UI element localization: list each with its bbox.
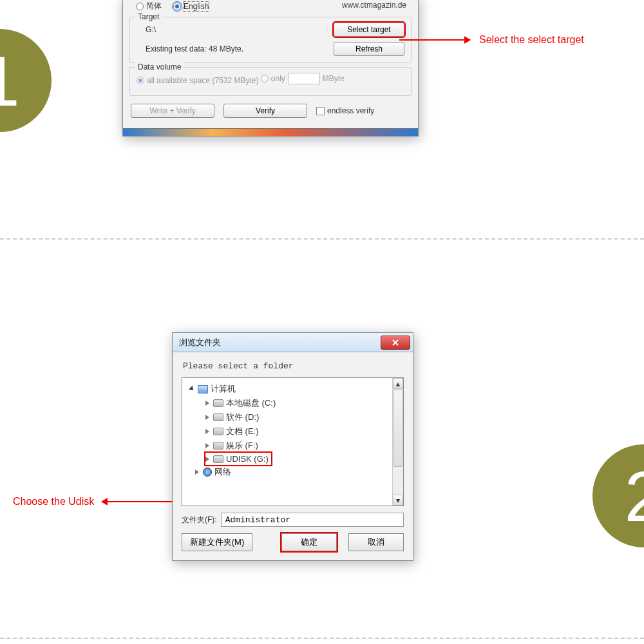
scroll-down-button[interactable]: ▾ [393, 495, 403, 506]
titlebar[interactable]: 浏览文件夹 [173, 333, 413, 352]
tree-node-drive-d[interactable]: 软件 (D:) [205, 410, 401, 424]
verify-button[interactable]: Verify [223, 104, 307, 118]
drive-icon [213, 455, 223, 463]
drive-icon [213, 399, 223, 407]
tree-node-network[interactable]: 网络 [195, 465, 401, 479]
chevron-right-icon[interactable] [205, 401, 209, 406]
close-icon [392, 339, 399, 346]
chevron-right-icon[interactable] [205, 457, 209, 462]
scrollbar[interactable]: ▴ ▾ [392, 378, 403, 506]
chevron-right-icon[interactable] [205, 443, 209, 448]
radio-label: 简体 [146, 1, 162, 12]
step-badge-2: 2 [592, 444, 644, 547]
close-button[interactable] [381, 336, 410, 350]
tree-node-drive-e[interactable]: 文档 (E:) [205, 424, 401, 439]
cancel-button[interactable]: 取消 [348, 533, 404, 551]
drive-icon [213, 442, 223, 450]
scroll-thumb[interactable] [393, 390, 402, 467]
window-bottom-strip [123, 128, 418, 136]
endless-verify-checkbox[interactable]: endless verify [316, 106, 374, 115]
drive-icon [213, 413, 223, 421]
folder-name-input[interactable] [221, 513, 404, 527]
group-title: Data volume [135, 62, 184, 71]
tree-node-computer[interactable]: 计算机 [190, 382, 401, 396]
prompt-text: Please select a folder [183, 361, 402, 371]
new-folder-button[interactable]: 新建文件夹(M) [182, 533, 252, 551]
radio-lang-simplified[interactable]: 简体 [136, 1, 162, 12]
step-badge-1: 1 [0, 29, 52, 132]
folder-tree[interactable]: 计算机 本地磁盘 (C:) 软件 (D:) 文档 (E:) 娱乐 (F:) [182, 377, 404, 506]
chevron-right-icon[interactable] [205, 429, 209, 434]
chevron-right-icon[interactable] [205, 415, 209, 420]
data-volume-group: Data volume all available space (7532 MB… [129, 67, 412, 96]
target-group: Target G:\ Select target Existing test d… [129, 17, 412, 63]
only-mbyte-input[interactable] [288, 73, 320, 84]
folder-field-label: 文件夹(F): [182, 515, 217, 526]
ok-button[interactable]: 确定 [281, 533, 337, 551]
drive-icon [213, 428, 223, 435]
chevron-down-icon[interactable] [189, 386, 195, 392]
computer-icon [198, 385, 208, 393]
annotation-select-target: Select the select target [399, 34, 584, 46]
section-divider [0, 638, 644, 639]
radio-lang-english[interactable]: English [173, 2, 209, 11]
radio-label: English [184, 2, 209, 11]
h2testw-dialog: www.ctmagazin.de 简体 English Target G:\ S… [122, 0, 419, 137]
write-verify-button[interactable]: Write + Verify [131, 104, 214, 118]
network-icon [203, 468, 212, 477]
tree-node-drive-c[interactable]: 本地磁盘 (C:) [205, 396, 401, 410]
section-divider [0, 238, 644, 240]
browse-folder-dialog: 浏览文件夹 Please select a folder 计算机 本地磁盘 (C… [172, 332, 413, 561]
scroll-up-button[interactable]: ▴ [393, 378, 403, 389]
tree-node-drive-f[interactable]: 娱乐 (F:) [205, 439, 401, 453]
website-link[interactable]: www.ctmagazin.de [342, 1, 406, 10]
existing-test-data: Existing test data: 48 MByte. [146, 44, 243, 53]
target-path: G:\ [146, 25, 156, 34]
refresh-button[interactable]: Refresh [334, 42, 404, 56]
select-target-button[interactable]: Select target [334, 23, 404, 37]
tree-node-udisk-g[interactable]: UDISK (G:) [205, 453, 271, 465]
mbyte-unit: MByte [323, 74, 345, 83]
group-title: Target [135, 12, 162, 21]
radio-all-space[interactable]: all available space (7532 MByte) [147, 76, 258, 85]
dialog-title: 浏览文件夹 [179, 337, 221, 348]
chevron-right-icon[interactable] [195, 469, 199, 475]
radio-only-label[interactable]: only [271, 74, 285, 83]
annotation-choose-udisk: Choose the Udisk [13, 496, 173, 507]
